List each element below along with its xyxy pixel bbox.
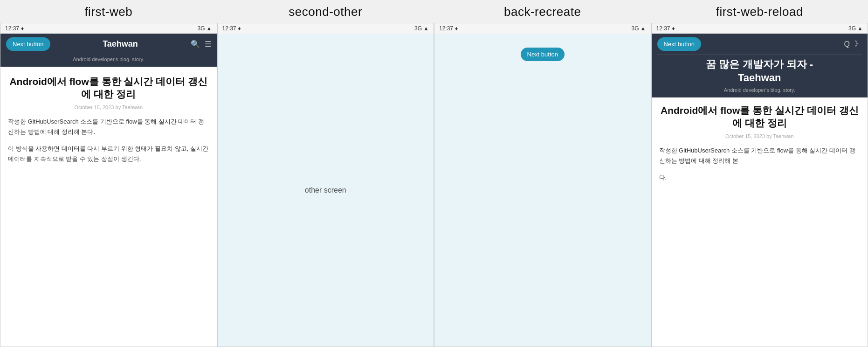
status-bar-4: 12:37 ♦ 3G ▲ xyxy=(652,23,868,34)
blog-header-4: Next button Q 》 꿈 많은 개발자가 되자 - Taehwan A… xyxy=(652,34,868,97)
article-meta-4: October 15, 2023 by Taehwan xyxy=(659,133,861,139)
blog-header-top-4: Next button Q 》 xyxy=(657,34,862,55)
network-arrow-3: ▲ xyxy=(641,25,646,32)
label-second-other: second-other xyxy=(217,5,434,19)
signal-icon-3: ♦ xyxy=(455,25,458,32)
status-right-3: 3G ▲ xyxy=(632,25,646,32)
label-first-web-reload: first-web-reload xyxy=(651,5,868,19)
status-bar-2: 12:37 ♦ 3G ▲ xyxy=(218,23,434,34)
article-meta-1: October 15, 2023 by Taehwan xyxy=(8,104,209,110)
status-left-2: 12:37 ♦ xyxy=(222,25,241,32)
blog-subtitle-4: Android developer's blog. story. xyxy=(657,87,862,97)
top-labels-row: first-web second-other back-recreate fir… xyxy=(0,0,868,23)
status-right-1: 3G ▲ xyxy=(198,25,212,32)
first-web-reload-screen: 12:37 ♦ 3G ▲ Next button Q 》 꿈 많은 개발자가 되… xyxy=(651,23,868,347)
rss-icon-4[interactable]: 》 xyxy=(854,39,862,49)
network-4: 3G xyxy=(848,25,856,32)
status-left-4: 12:37 ♦ xyxy=(656,25,675,32)
status-bar-1: 12:37 ♦ 3G ▲ xyxy=(0,23,217,34)
time-2: 12:37 xyxy=(222,25,236,32)
article-title-1: Android에서 flow를 통한 실시간 데이터 갱신에 대한 정리 xyxy=(8,75,209,101)
fourth-content: Android에서 flow를 통한 실시간 데이터 갱신에 대한 정리 Oct… xyxy=(652,97,868,347)
article-body-1a: 작성한 GitHubUserSearch 소스를 기반으로 flow를 통해 실… xyxy=(8,117,209,137)
screens-row: 12:37 ♦ 3G ▲ Next button Taehwan 🔍 ☰ And… xyxy=(0,23,868,347)
app-title-1: Taehwan xyxy=(50,39,191,49)
time-1: 12:37 xyxy=(5,25,19,32)
other-content: other screen xyxy=(218,34,434,347)
signal-icon-1: ♦ xyxy=(21,25,24,32)
network-2: 3G xyxy=(414,25,422,32)
signal-icon-2: ♦ xyxy=(238,25,241,32)
status-left-3: 12:37 ♦ xyxy=(439,25,458,32)
status-bar-3: 12:37 ♦ 3G ▲ xyxy=(434,23,651,34)
network-3: 3G xyxy=(632,25,639,32)
article-body-1b: 이 방식을 사용하면 데이터를 다시 부르기 위한 형태가 필요치 않고, 실시… xyxy=(8,144,209,164)
next-button-4[interactable]: Next button xyxy=(657,37,702,51)
status-right-2: 3G ▲ xyxy=(414,25,429,32)
second-other-screen: 12:37 ♦ 3G ▲ other screen xyxy=(217,23,434,347)
rss-icon-1[interactable]: ☰ xyxy=(205,40,211,49)
status-left-1: 12:37 ♦ xyxy=(5,25,24,32)
next-button-3[interactable]: Next button xyxy=(521,48,565,61)
network-arrow-4: ▲ xyxy=(857,25,863,32)
app-bar-1: Next button Taehwan 🔍 ☰ xyxy=(0,34,217,55)
next-button-1[interactable]: Next button xyxy=(6,37,50,51)
other-screen-label: other screen xyxy=(305,186,346,194)
label-back-recreate: back-recreate xyxy=(434,5,651,19)
network-1: 3G xyxy=(198,25,205,32)
search-icon-4[interactable]: Q xyxy=(844,40,850,49)
subtitle-1: Android developer's blog. story. xyxy=(0,55,217,67)
blog-title-line1-4: 꿈 많은 개발자가 되자 - xyxy=(706,58,813,70)
blog-title-4: 꿈 많은 개발자가 되자 - Taehwan xyxy=(657,55,862,87)
status-right-4: 3G ▲ xyxy=(848,25,863,32)
time-4: 12:37 xyxy=(656,25,670,32)
app-bar-icons-1: 🔍 ☰ xyxy=(191,40,211,49)
network-arrow-1: ▲ xyxy=(207,25,212,32)
signal-icon-4: ♦ xyxy=(672,25,675,32)
label-first-web: first-web xyxy=(0,5,217,19)
search-icon-1[interactable]: 🔍 xyxy=(191,40,200,49)
back-recreate-screen: 12:37 ♦ 3G ▲ Next button xyxy=(434,23,651,347)
article-title-4: Android에서 flow를 통한 실시간 데이터 갱신에 대한 정리 xyxy=(659,104,861,130)
article-body-4b: 다. xyxy=(659,173,861,183)
time-3: 12:37 xyxy=(439,25,453,32)
article-body-4a: 작성한 GitHubUserSearch 소스를 기반으로 flow를 통해 실… xyxy=(659,146,861,166)
back-recreate-content: Next button xyxy=(434,34,651,347)
first-web-screen: 12:37 ♦ 3G ▲ Next button Taehwan 🔍 ☰ And… xyxy=(0,23,217,347)
content-area-1: Android에서 flow를 통한 실시간 데이터 갱신에 대한 정리 Oct… xyxy=(0,67,217,347)
blog-title-line2-4: Taehwan xyxy=(738,72,781,83)
app-bar-icons-4: Q 》 xyxy=(844,39,862,49)
network-arrow-2: ▲ xyxy=(423,25,429,32)
